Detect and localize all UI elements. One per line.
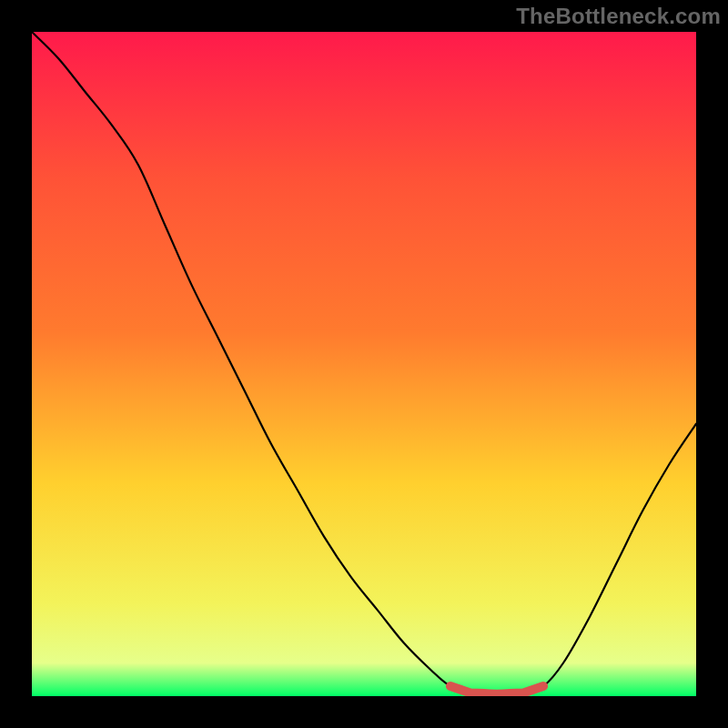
gradient-background bbox=[32, 32, 696, 696]
plot-area bbox=[32, 32, 696, 696]
watermark-text: TheBottleneck.com bbox=[516, 4, 721, 29]
plot-svg bbox=[32, 32, 696, 696]
chart-frame: TheBottleneck.com bbox=[0, 0, 728, 728]
